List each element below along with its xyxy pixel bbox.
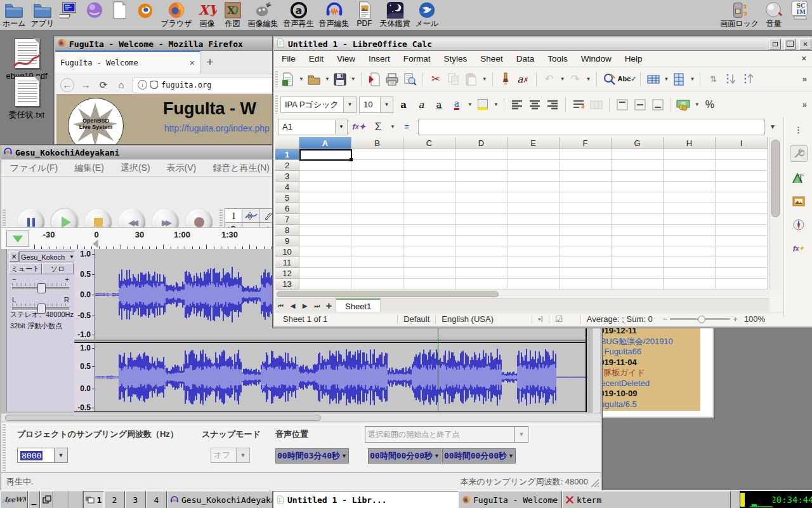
launcher-browser[interactable]: ブラウザ xyxy=(160,1,192,28)
sidebar-page-link[interactable]: EBUG勉強会/201910 xyxy=(595,337,698,347)
audacity-menu-編集(E)[interactable]: 編集(E) xyxy=(74,163,104,174)
taskbar-task-kterm[interactable]: kterm xyxy=(562,491,731,508)
zoom-out-icon[interactable]: − xyxy=(663,314,668,324)
desktop-icon-pdf[interactable]: ebug19.pdf xyxy=(0,37,53,81)
properties-icon[interactable] xyxy=(790,145,808,162)
launcher-audio-player[interactable]: a音声再生 xyxy=(284,1,314,28)
copy-icon[interactable] xyxy=(446,72,461,87)
insert-mode-icon[interactable]: ▪I xyxy=(538,314,543,324)
calc-menu-window[interactable]: Window xyxy=(581,54,612,64)
column-header-G[interactable]: G xyxy=(612,137,664,149)
calc-menu-sheet[interactable]: Sheet xyxy=(480,54,502,64)
selection-mode-icon[interactable]: ☑ xyxy=(555,314,563,324)
dropdown-arrow-icon[interactable]: ▼ xyxy=(690,76,695,82)
vertical-ruler-left-channel[interactable]: 1.00.50.0-0.5-1.0 xyxy=(74,249,95,340)
dropdown-arrow-icon[interactable]: ▼ xyxy=(664,76,669,82)
calc-menu-tools[interactable]: Tools xyxy=(547,54,568,64)
equals-icon[interactable]: = xyxy=(399,119,414,135)
sortza-icon[interactable] xyxy=(741,72,756,87)
functions-icon[interactable]: fx✦ xyxy=(790,241,807,256)
formula-input[interactable] xyxy=(418,119,765,135)
launcher-mail[interactable]: メール xyxy=(416,1,439,28)
sortud-icon[interactable]: ⇅ xyxy=(705,72,721,87)
sidebar-page-link[interactable]: 河豚板ガイド xyxy=(595,368,698,378)
calc-menu-file[interactable]: File xyxy=(282,54,296,64)
column-header-F[interactable]: F xyxy=(560,137,612,149)
rate-combo[interactable]: 8000 ▼ xyxy=(17,448,68,463)
column-header-I[interactable]: I xyxy=(716,137,768,149)
language-status[interactable]: English (USA) xyxy=(442,314,494,324)
styles-icon[interactable]: T xyxy=(790,170,807,185)
calc-menu-data[interactable]: Data xyxy=(516,54,535,64)
audacity-menu-選択(S)[interactable]: 選択(S) xyxy=(121,163,150,174)
calc-menu-help[interactable]: Help xyxy=(625,54,643,64)
corner-header[interactable] xyxy=(275,137,299,149)
launcher-stellarium[interactable]: 天体鑑賞 xyxy=(380,1,410,28)
dropdown-arrow-icon[interactable]: ▼ xyxy=(351,76,356,82)
merge-icon[interactable] xyxy=(589,97,604,112)
dropdown-arrow-icon[interactable]: ▼ xyxy=(468,102,473,107)
dropdown-arrow-icon[interactable]: ▼ xyxy=(299,76,304,82)
launcher-screen-lock[interactable]: 画面ロック xyxy=(720,1,759,28)
column-header-H[interactable]: H xyxy=(664,137,716,149)
dropdown-arrow-icon[interactable]: ▼ xyxy=(494,102,499,107)
desktop-icon-txt[interactable]: 委任状.txt xyxy=(0,75,53,121)
close-document-icon[interactable]: ✕ xyxy=(801,55,807,63)
zoom-in-icon[interactable]: + xyxy=(733,314,738,324)
redo-icon[interactable]: ↷ xyxy=(568,72,583,87)
launcher-terminal[interactable] xyxy=(59,1,79,20)
track-close-icon[interactable]: ✕ xyxy=(9,251,19,262)
launcher-home-folder[interactable]: ホーム xyxy=(3,1,26,28)
fontcolor-icon[interactable]: a xyxy=(449,97,464,112)
row-header-6[interactable]: 6 xyxy=(275,203,299,214)
site-info-icon[interactable]: i xyxy=(138,80,147,90)
valmid-icon[interactable] xyxy=(632,97,648,112)
colsic-icon[interactable] xyxy=(671,72,686,87)
start-menu-button[interactable]: IceWM xyxy=(0,491,28,508)
launcher-libreoffice[interactable] xyxy=(110,1,130,20)
row-header-12[interactable]: 12 xyxy=(275,268,299,279)
snap-combo[interactable]: オフ ▼ xyxy=(211,448,250,463)
row-header-4[interactable]: 4 xyxy=(275,182,299,192)
gain-slider[interactable] xyxy=(12,283,69,292)
vertical-ruler-right-channel[interactable]: 1.00.50.0-0.5 xyxy=(74,343,95,411)
highlight-icon[interactable] xyxy=(475,97,490,112)
back-icon[interactable]: ← xyxy=(60,78,74,92)
first-sheet-icon[interactable]: ⏮ xyxy=(275,300,286,312)
audacity-menu-ファイル(F)[interactable]: ファイル(F) xyxy=(10,163,58,174)
workspace-button-3[interactable]: 3 xyxy=(125,491,146,508)
close-icon[interactable]: ✕ xyxy=(799,39,811,50)
workspace-button-1[interactable]: 1 xyxy=(83,491,104,508)
launcher-volume[interactable]: 音量 xyxy=(764,1,784,28)
calc-menu-format[interactable]: Format xyxy=(403,54,431,64)
sidebar-menu-icon[interactable]: ⋮ xyxy=(790,122,807,137)
audacity-menu-録音と再生(N)[interactable]: 録音と再生(N) xyxy=(213,163,270,174)
expand-formula-icon[interactable]: ▼ xyxy=(769,123,776,130)
row-header-5[interactable]: 5 xyxy=(275,192,299,203)
currency-icon[interactable] xyxy=(676,97,691,112)
shield-icon[interactable] xyxy=(150,81,158,89)
selection-start-field[interactable]: 00時間00分00秒▼ xyxy=(368,448,442,464)
calc-menu-styles[interactable]: Styles xyxy=(444,54,468,64)
launcher-pdf-viewer[interactable]: PDF xyxy=(355,1,375,28)
alignl-icon[interactable] xyxy=(509,97,525,112)
valbot-icon[interactable] xyxy=(650,97,665,112)
undo-icon[interactable]: ↶ xyxy=(542,72,557,87)
zoom-slider[interactable] xyxy=(670,318,730,320)
taskbar-task-gesu-kokochiadeyakani[interactable]: Gesu_KokochiAdeyakani xyxy=(167,491,273,508)
open-icon[interactable] xyxy=(306,72,322,87)
toolbar-overflow-icon[interactable]: » xyxy=(802,74,807,84)
preview-icon[interactable] xyxy=(402,72,417,87)
alignc-icon[interactable] xyxy=(527,97,542,112)
audio-position-field[interactable]: 00時間03分40秒▼ xyxy=(275,448,349,464)
sidebar-page-link[interactable]: RecentDeleted xyxy=(595,378,698,389)
font-name-combo[interactable]: IPA Pゴシック▼ xyxy=(280,97,357,113)
function-wizard-icon[interactable]: fx✦ xyxy=(351,119,367,135)
spell-icon[interactable]: Abc✓ xyxy=(620,72,635,87)
minimize-icon[interactable] xyxy=(769,39,781,50)
selection-tool[interactable]: I xyxy=(225,208,243,224)
column-header-D[interactable]: D xyxy=(455,137,508,149)
next-sheet-icon[interactable]: ▶ xyxy=(299,300,310,312)
launcher-epiphany[interactable] xyxy=(84,1,105,20)
track-name-dropdown[interactable]: Gesu_Kokoch▼ xyxy=(19,251,76,262)
